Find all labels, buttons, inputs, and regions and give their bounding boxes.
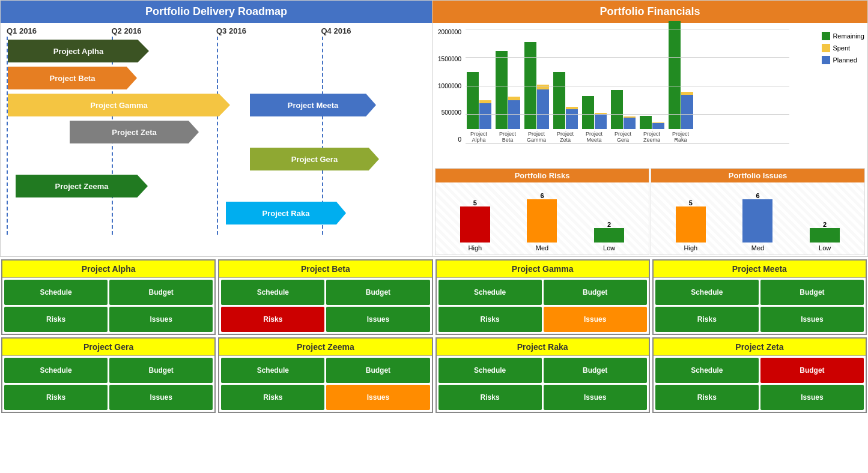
meeta-issues: Issues (760, 307, 864, 332)
raka-risks: Risks (439, 385, 542, 410)
alpha-issues: Issues (109, 307, 213, 332)
raka-schedule: Schedule (439, 358, 542, 383)
card-raka-header: Project Raka (437, 339, 649, 356)
project-row-2: Project Gera Schedule Budget Risks Issue… (0, 336, 868, 414)
q1-label: Q1 2016 (7, 26, 112, 35)
meeta-schedule: Schedule (655, 280, 759, 305)
card-gera: Project Gera Schedule Budget Risks Issue… (1, 337, 216, 413)
zeema-schedule: Schedule (221, 358, 324, 383)
issues-body: 5 High 6 Med 2 (651, 182, 864, 255)
zeta-budget: Budget (760, 358, 864, 383)
roadmap-section: Portfolio Delivery Roadmap Q1 2016 Q2 20… (0, 0, 432, 257)
beta-risks: Risks (221, 307, 324, 332)
project-raka-arrow: Project Raka (226, 202, 346, 224)
risks-high: 5 High (460, 199, 490, 252)
risks-issues-row: Portfolio Risks 5 High 6 Med (435, 168, 865, 255)
gamma-budget: Budget (544, 280, 647, 305)
zeema-risks: Risks (221, 385, 324, 410)
card-alpha: Project Alpha Schedule Budget Risks Issu… (1, 259, 216, 335)
beta-schedule: Schedule (221, 280, 324, 305)
risks-low: 2 Low (594, 221, 624, 252)
card-meeta-grid: Schedule Budget Risks Issues (654, 278, 866, 334)
top-section: Portfolio Delivery Roadmap Q1 2016 Q2 20… (0, 0, 868, 257)
bar-alpha-remaining (467, 72, 479, 129)
card-meeta: Project Meeta Schedule Budget Risks Issu… (652, 259, 867, 335)
bar-meeta: ProjectMeeta (581, 96, 607, 143)
alpha-budget: Budget (109, 280, 213, 305)
card-gamma: Project Gamma Schedule Budget Risks Issu… (436, 259, 650, 335)
beta-issues: Issues (326, 307, 429, 332)
card-gamma-header: Project Gamma (437, 261, 649, 278)
legend-remaining: Remaining (822, 32, 864, 40)
financials-title: Portfolio Financials (432, 1, 867, 23)
project-row-1: Project Alpha Schedule Budget Risks Issu… (0, 258, 868, 336)
gamma-issues: Issues (544, 307, 647, 332)
legend-spent: Spent (822, 44, 864, 52)
project-alpha-arrow: Project Aplha (8, 40, 149, 62)
card-zeta-grid: Schedule Budget Risks Issues (654, 356, 866, 412)
card-zeta-header: Project Zeta (654, 339, 866, 356)
raka-issues: Issues (544, 385, 647, 410)
roadmap-body: Project Aplha Project Beta Project Gamma… (1, 37, 432, 235)
financials-chart: 2000000 1500000 1000000 500000 0 (432, 23, 867, 167)
card-zeema: Project Zeema Schedule Budget Risks Issu… (218, 337, 432, 413)
roadmap-title: Portfolio Delivery Roadmap (1, 1, 432, 23)
meeta-risks: Risks (655, 307, 759, 332)
gera-issues: Issues (109, 385, 213, 410)
issues-high: 5 High (676, 199, 706, 252)
bar-zeta: ProjectZeta (552, 72, 578, 143)
card-raka-grid: Schedule Budget Risks Issues (437, 356, 649, 412)
chart-legend: Remaining Spent Planned (822, 32, 864, 64)
issues-header: Portfolio Issues (651, 169, 864, 182)
raka-budget: Budget (544, 358, 647, 383)
bar-raka: ProjectRaka (667, 21, 694, 143)
project-meeta-arrow: Project Meeta (250, 94, 376, 116)
card-alpha-grid: Schedule Budget Risks Issues (2, 278, 214, 334)
card-beta-grid: Schedule Budget Risks Issues (219, 278, 431, 334)
issues-box: Portfolio Issues 5 High 6 Med (651, 168, 865, 255)
project-zeema-arrow: Project Zeema (16, 175, 148, 197)
issues-med: 6 Med (742, 192, 772, 252)
card-meeta-header: Project Meeta (654, 261, 866, 278)
zeema-issues: Issues (326, 385, 429, 410)
zeta-issues: Issues (760, 385, 864, 410)
q3-label: Q3 2016 (216, 26, 321, 35)
legend-planned: Planned (822, 56, 864, 64)
gamma-schedule: Schedule (439, 280, 542, 305)
gera-risks: Risks (4, 385, 108, 410)
bar-alpha: ProjectAlpha (466, 72, 492, 143)
project-beta-arrow: Project Beta (8, 67, 137, 89)
q1-line (7, 37, 8, 235)
risks-body: 5 High 6 Med 2 (436, 182, 649, 255)
q4-label: Q4 2016 (321, 26, 426, 35)
gera-schedule: Schedule (4, 358, 108, 383)
financials-section: Portfolio Financials 2000000 1500000 100… (432, 0, 868, 257)
card-zeta: Project Zeta Schedule Budget Risks Issue… (652, 337, 867, 413)
alpha-risks: Risks (4, 307, 108, 332)
project-gera-arrow: Project Gera (250, 148, 379, 170)
risks-med: 6 Med (527, 192, 557, 252)
project-zeta-arrow: Project Zeta (70, 121, 199, 143)
zeta-schedule: Schedule (655, 358, 759, 383)
risks-box: Portfolio Risks 5 High 6 Med (435, 168, 649, 255)
card-gera-header: Project Gera (2, 339, 214, 356)
beta-budget: Budget (326, 280, 429, 305)
bar-zeema: ProjectZeema (639, 116, 665, 143)
y-axis: 2000000 1500000 1000000 500000 0 (432, 29, 464, 143)
card-zeema-grid: Schedule Budget Risks Issues (219, 356, 431, 412)
card-gera-grid: Schedule Budget Risks Issues (2, 356, 214, 412)
gera-budget: Budget (109, 358, 213, 383)
zeema-budget: Budget (326, 358, 429, 383)
bar-gera: ProjectGera (610, 90, 636, 143)
q2-label: Q2 2016 (112, 26, 217, 35)
project-gamma-arrow: Project Gamma (8, 94, 230, 116)
meeta-budget: Budget (760, 280, 864, 305)
bar-beta: ProjectBeta (494, 51, 521, 143)
gamma-risks: Risks (439, 307, 542, 332)
zeta-risks: Risks (655, 385, 759, 410)
card-zeema-header: Project Zeema (219, 339, 431, 356)
main-container: Portfolio Delivery Roadmap Q1 2016 Q2 20… (0, 0, 868, 414)
alpha-schedule: Schedule (4, 280, 108, 305)
card-raka: Project Raka Schedule Budget Risks Issue… (436, 337, 650, 413)
bottom-section: Project Alpha Schedule Budget Risks Issu… (0, 258, 868, 414)
